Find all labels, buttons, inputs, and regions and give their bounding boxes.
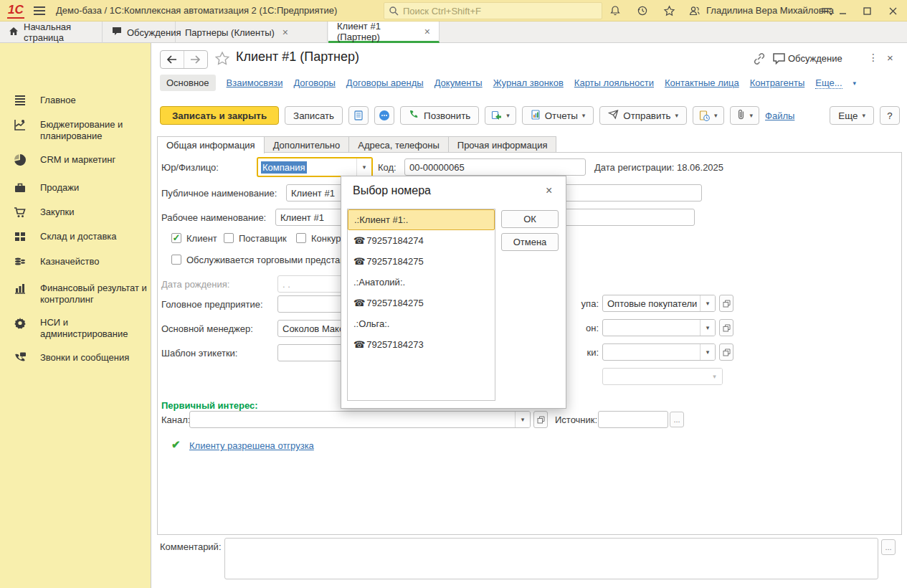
sidebar-item-treasury[interactable]: Казначейство (0, 255, 151, 270)
maximize-button[interactable] (855, 0, 879, 22)
list-item[interactable]: ☎79257184273 (348, 334, 495, 355)
close-window-button[interactable] (880, 0, 905, 22)
tab-partners[interactable]: Партнеры (Клиенты) × (176, 22, 328, 43)
nav-contracts[interactable]: Договоры (293, 77, 335, 88)
close-tab-icon[interactable]: × (424, 26, 430, 37)
code-field[interactable]: 00-00000065 (404, 158, 586, 176)
open-ref-button[interactable] (719, 343, 733, 361)
dropdown-caret-icon[interactable]: ▾ (356, 158, 371, 176)
dropdown-caret-icon[interactable]: ▾ (700, 320, 715, 336)
cancel-button[interactable]: Отмена (501, 233, 559, 251)
dossier-icon-button[interactable] (348, 106, 369, 125)
sidebar-item-calls-messages[interactable]: Звонки и сообщения (0, 351, 151, 366)
search-input[interactable] (403, 6, 589, 16)
help-button[interactable]: ? (880, 106, 900, 125)
reports-dropdown-button[interactable]: Отчеты ▾ (522, 106, 594, 125)
tab-other-info[interactable]: Прочая информация (449, 136, 557, 153)
nav-main[interactable]: Основное (160, 75, 216, 91)
list-item[interactable]: ☎79257184275 (348, 251, 495, 272)
tab-additional[interactable]: Дополнительно (265, 136, 350, 153)
send-dropdown-button[interactable]: Отправить ▾ (599, 106, 687, 125)
price-group-combobox[interactable]: Оптовые покупатели ▾ (602, 295, 716, 312)
history-icon[interactable] (633, 2, 652, 19)
list-item[interactable]: ☎79257184274 (348, 230, 495, 251)
ok-button[interactable]: ОК (501, 210, 559, 228)
get-link-icon[interactable] (752, 52, 766, 67)
open-ref-button[interactable] (719, 295, 733, 312)
competitor-checkbox[interactable] (296, 233, 306, 243)
comment-expand-dots-button[interactable]: ... (881, 539, 896, 555)
current-user-name[interactable]: Гладилина Вера Михайловна (706, 5, 834, 16)
back-button[interactable] (161, 51, 184, 68)
page-tabs: Общая информация Дополнительно Адреса, т… (157, 136, 556, 153)
client-checkbox-label[interactable]: Клиент (186, 233, 217, 244)
more-actions-kebab-icon[interactable]: ⋮ (868, 52, 878, 63)
discussion-bubble-icon-button[interactable] (374, 106, 394, 125)
save-button[interactable]: Записать (285, 106, 343, 125)
forward-button[interactable] (184, 51, 208, 68)
sidebar-item-purchases[interactable]: Закупки (0, 205, 151, 221)
files-link[interactable]: Файлы (765, 110, 794, 121)
tasks-dropdown-button[interactable]: ▾ (693, 106, 724, 125)
tab-general-info[interactable]: Общая информация (157, 136, 265, 153)
notifications-bell-icon[interactable] (606, 2, 625, 19)
nav-lease-contracts[interactable]: Договоры аренды (346, 77, 424, 88)
nav-call-log[interactable]: Журнал звонков (493, 77, 564, 88)
client-checkbox[interactable]: ✓ (171, 233, 181, 243)
nav-loyalty-cards[interactable]: Карты лояльности (574, 77, 654, 88)
nav-documents[interactable]: Документы (434, 77, 483, 88)
call-button[interactable]: Позвонить (400, 106, 479, 125)
nav-contact-persons[interactable]: Контактные лица (665, 77, 739, 88)
sidebar-item-sales[interactable]: Продажи (0, 181, 151, 196)
copy-create-dropdown-button[interactable]: ▾ (485, 106, 516, 125)
toolbar-more-button[interactable]: Еще ▾ (830, 106, 874, 125)
sidebar-item-warehouse[interactable]: Склад и доставка (0, 229, 151, 245)
nav-counterparties[interactable]: Контрагенты (750, 77, 805, 88)
open-ref-button[interactable] (533, 411, 548, 428)
tab-client-partner[interactable]: Клиент #1 (Партнер) × (328, 22, 440, 43)
channel-combobox[interactable]: ▾ (189, 411, 531, 428)
discounts-combobox[interactable]: ▾ (602, 343, 716, 361)
list-item[interactable]: .:Анатолий:. (348, 272, 495, 293)
comment-textarea[interactable] (224, 538, 878, 579)
favorites-star-icon[interactable] (660, 2, 678, 19)
supplier-checkbox[interactable] (224, 233, 234, 243)
tab-home[interactable]: Начальная страница (0, 22, 103, 43)
sidebar-item-crm[interactable]: CRM и маркетинг (0, 153, 151, 169)
nav-relations[interactable]: Взаимосвязи (227, 77, 283, 88)
sidebar-item-financial-result[interactable]: Финансовый результат и контроллинг (0, 281, 151, 305)
attachments-dropdown-button[interactable]: ▾ (730, 106, 760, 125)
list-item[interactable]: .:Ольга:. (348, 313, 495, 334)
favorite-star-icon[interactable] (214, 51, 230, 70)
user-sessions-icon[interactable] (685, 2, 703, 19)
main-menu-icon[interactable] (33, 5, 46, 16)
open-ref-button[interactable] (719, 319, 733, 336)
discussion-link[interactable]: Обсуждение (788, 53, 842, 64)
dialog-close-icon[interactable]: × (546, 184, 552, 197)
sidebar-item-administration[interactable]: НСИ и администрирование (0, 316, 151, 340)
minimize-button[interactable] (830, 0, 855, 22)
tab-discussions[interactable]: Обсуждения (103, 22, 176, 43)
region-combobox[interactable]: ▾ (602, 319, 716, 336)
tab-addresses-phones[interactable]: Адреса, телефоны (349, 136, 449, 153)
source-field[interactable] (598, 411, 668, 428)
dropdown-caret-icon[interactable]: ▾ (700, 295, 715, 311)
dropdown-caret-icon[interactable]: ▾ (700, 344, 715, 360)
discussion-icon[interactable] (772, 52, 786, 67)
close-form-icon[interactable]: × (887, 52, 893, 64)
serviced-by-rep-checkbox-label[interactable]: Обслуживается торговыми представ (186, 255, 345, 265)
sidebar-item-budgeting[interactable]: Бюджетирование и планирование (0, 118, 151, 142)
close-tab-icon[interactable]: × (282, 27, 288, 38)
shipping-allowed-link[interactable]: Клиенту разрешена отгрузка (189, 440, 314, 451)
global-search[interactable] (384, 2, 602, 19)
list-item[interactable]: .:Клиент #1:. (348, 209, 495, 230)
dropdown-caret-icon[interactable]: ▾ (515, 412, 530, 427)
list-item[interactable]: ☎79257184275 (348, 293, 495, 313)
entity-type-combobox[interactable]: Компания ▾ (257, 157, 373, 177)
source-select-dots-button[interactable]: ... (670, 412, 684, 427)
sidebar-item-main[interactable]: Главное (0, 93, 151, 109)
nav-more[interactable]: Еще... (815, 77, 842, 89)
supplier-checkbox-label[interactable]: Поставщик (239, 233, 287, 244)
serviced-by-rep-checkbox[interactable] (171, 255, 181, 265)
save-and-close-button[interactable]: Записать и закрыть (160, 106, 279, 125)
